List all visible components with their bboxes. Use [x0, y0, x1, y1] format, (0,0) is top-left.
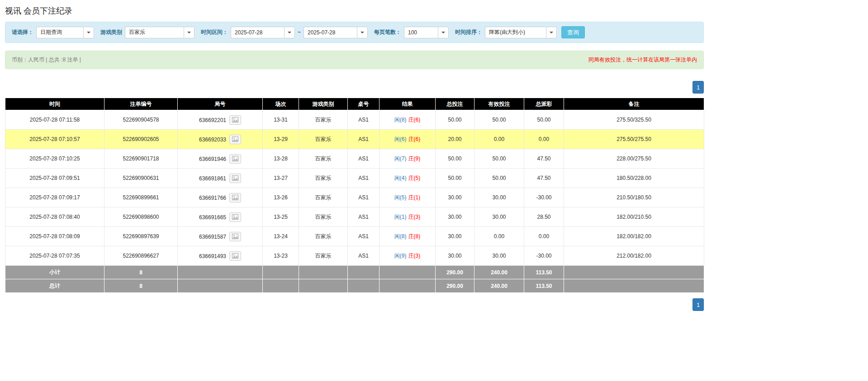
- result-player: 闲(4): [394, 175, 407, 181]
- round-id: 636691587: [199, 233, 226, 240]
- result-banker: 庄(9): [408, 155, 421, 162]
- filter-bar: 请选择： 日期查询 游戏类别 百家乐 时间区间： 2025-07-28 ~ 20…: [5, 22, 704, 43]
- table-row[interactable]: 2025-07-28 07:11:58 522690904578 6366922…: [5, 110, 704, 130]
- table-row[interactable]: 2025-07-28 07:10:57 522690902605 6366920…: [5, 130, 704, 149]
- currency-summary-text: 币别：人民币 | 总共 :8 注单 |: [12, 56, 81, 64]
- sort-dropdown-button[interactable]: [546, 27, 557, 38]
- game-type-label: 游戏类别: [100, 28, 122, 36]
- table-row[interactable]: 2025-07-28 07:08:09 522690897639 6366915…: [5, 227, 704, 246]
- time-cell: 2025-07-28 07:07:35: [5, 246, 104, 266]
- valid-bet-cell: 0.00: [474, 130, 524, 149]
- query-type-value[interactable]: 日期查询: [36, 27, 83, 38]
- date-from-dropdown-button[interactable]: [284, 27, 295, 38]
- roadmap-icon[interactable]: [229, 135, 241, 144]
- roadmap-icon[interactable]: [229, 174, 241, 183]
- bet-id-cell: 522690901718: [104, 149, 178, 169]
- search-button[interactable]: 查询: [561, 26, 585, 38]
- header-round: 局号: [178, 98, 263, 110]
- notice-text: 同局有效投注，统一计算在该局第一张注单内: [588, 56, 697, 64]
- date-from-value[interactable]: 2025-07-28: [231, 27, 284, 38]
- header-game-type: 游戏类别: [299, 98, 348, 110]
- result-banker: 庄(6): [408, 117, 421, 123]
- total-bet-cell[interactable]: 30.00: [436, 246, 474, 266]
- chevron-down-icon: [441, 32, 445, 33]
- empty-cell: [564, 279, 704, 293]
- valid-bet-cell: 50.00: [474, 169, 524, 188]
- result-player: 闲(5): [394, 194, 407, 201]
- bet-records-table: 时间 注单编号 局号 场次 游戏类别 桌号 结果 总投注 有效投注 总派彩 备注…: [5, 98, 704, 293]
- game-type-value[interactable]: 百家乐: [125, 27, 184, 38]
- session-cell: 13-27: [263, 169, 299, 188]
- round-cell: 636692033: [178, 130, 263, 149]
- result-banker: 庄(3): [408, 214, 421, 220]
- per-page-value[interactable]: 100: [404, 27, 438, 38]
- result-player: 闲(6): [394, 136, 407, 142]
- sort-value[interactable]: 降冪(由大到小): [485, 27, 546, 38]
- payout-cell: 47.50: [524, 169, 564, 188]
- total-bet-cell[interactable]: 50.00: [436, 169, 474, 188]
- table-no-cell: AS1: [348, 227, 379, 246]
- total-bet-cell[interactable]: 30.00: [436, 188, 474, 207]
- header-remark: 备注: [564, 98, 704, 110]
- roadmap-icon[interactable]: [229, 154, 241, 164]
- round-cell: 636691493: [178, 246, 263, 266]
- roadmap-icon[interactable]: [229, 193, 241, 202]
- roadmap-icon[interactable]: [229, 232, 241, 241]
- game-type-dropdown-button[interactable]: [184, 27, 194, 38]
- table-row[interactable]: 2025-07-28 07:09:17 522690899661 6366917…: [5, 188, 704, 207]
- total-bet-cell[interactable]: 50.00: [436, 149, 474, 169]
- roadmap-icon[interactable]: [229, 212, 241, 222]
- table-no-cell: AS1: [348, 207, 379, 227]
- payout-cell: 0.00: [524, 227, 564, 246]
- bet-id-cell: 522690904578: [104, 110, 178, 130]
- total-bet-cell[interactable]: 50.00: [436, 110, 474, 130]
- game-cell: 百家乐: [299, 130, 348, 149]
- table-row[interactable]: 2025-07-28 07:07:35 522690896627 6366914…: [5, 246, 704, 266]
- time-cell: 2025-07-28 07:08:40: [5, 207, 104, 227]
- total-count: 8: [104, 279, 178, 293]
- date-to-value[interactable]: 2025-07-28: [304, 27, 357, 38]
- time-cell: 2025-07-28 07:10:57: [5, 130, 104, 149]
- per-page-label: 每页笔数：: [374, 28, 401, 36]
- result-cell: 闲(6)庄(6): [379, 130, 436, 149]
- table-row[interactable]: 2025-07-28 07:08:40 522690898600 6366916…: [5, 207, 704, 227]
- result-cell: 闲(5)庄(1): [379, 188, 436, 207]
- chevron-down-icon: [360, 32, 364, 33]
- table-row[interactable]: 2025-07-28 07:10:25 522690901718 6366919…: [5, 149, 704, 169]
- time-cell: 2025-07-28 07:11:58: [5, 110, 104, 130]
- session-cell: 13-29: [263, 130, 299, 149]
- total-bet-cell[interactable]: 30.00: [436, 207, 474, 227]
- date-range-separator: ~: [298, 29, 301, 36]
- chevron-down-icon: [550, 32, 553, 33]
- header-payout: 总派彩: [524, 98, 564, 110]
- table-header-row: 时间 注单编号 局号 场次 游戏类别 桌号 结果 总投注 有效投注 总派彩 备注: [5, 98, 704, 110]
- valid-bet-cell: 30.00: [474, 188, 524, 207]
- round-id: 636692201: [199, 117, 226, 123]
- page-1-button[interactable]: 1: [693, 81, 704, 94]
- date-from-combo: 2025-07-28: [231, 27, 295, 38]
- bet-id-cell: 522690898600: [104, 207, 178, 227]
- total-bet-cell[interactable]: 30.00: [436, 227, 474, 246]
- table-no-cell: AS1: [348, 130, 379, 149]
- date-to-dropdown-button[interactable]: [357, 27, 368, 38]
- roadmap-icon[interactable]: [229, 251, 241, 261]
- roadmap-icon[interactable]: [229, 115, 241, 125]
- total-valid-bet: 240.00: [474, 279, 524, 293]
- round-id: 636691766: [199, 194, 226, 201]
- round-id: 636691946: [199, 155, 226, 162]
- total-bet-cell[interactable]: 20.00: [436, 130, 474, 149]
- table-row[interactable]: 2025-07-28 07:09:51 522690900631 6366918…: [5, 169, 704, 188]
- per-page-dropdown-button[interactable]: [438, 27, 449, 38]
- remark-cell: 212.00/182.00: [564, 246, 704, 266]
- empty-cell: [299, 279, 348, 293]
- query-type-dropdown-button[interactable]: [83, 27, 94, 38]
- chevron-down-icon: [288, 32, 291, 33]
- round-id: 636691861: [199, 175, 226, 181]
- header-table-no: 桌号: [348, 98, 379, 110]
- page-1-button[interactable]: 1: [693, 298, 704, 311]
- select-label: 请选择：: [12, 28, 33, 36]
- valid-bet-cell: 50.00: [474, 149, 524, 169]
- result-cell: 闲(7)庄(9): [379, 149, 436, 169]
- empty-cell: [379, 266, 436, 279]
- header-time: 时间: [5, 98, 104, 110]
